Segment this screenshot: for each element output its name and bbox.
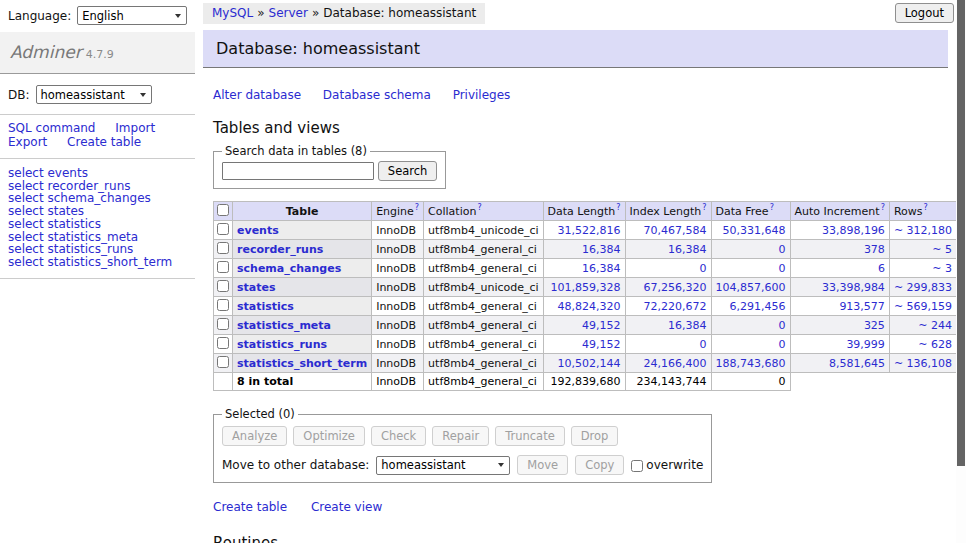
- collation-cell: utf8mb4_general_ci: [424, 335, 543, 354]
- table-link[interactable]: schema_changes: [237, 262, 341, 275]
- rows-count-cell: ~ 312,180: [889, 221, 956, 240]
- table-row: statistics_short_termInnoDButf8mb4_gener…: [214, 354, 966, 373]
- move-label: Move to other database:: [222, 458, 369, 472]
- page-title: Database: homeassistant: [203, 30, 948, 68]
- repair-button: Repair: [432, 426, 489, 446]
- breadcrumb: MySQL»Server»Database: homeassistant: [203, 3, 485, 24]
- language-select[interactable]: English: [77, 6, 187, 25]
- breadcrumb-link-server[interactable]: Server: [269, 6, 308, 20]
- help-link[interactable]: ?: [770, 203, 774, 212]
- rows-count-link[interactable]: ~ 244: [918, 319, 952, 332]
- privileges-link[interactable]: Privileges: [453, 88, 511, 102]
- help-link[interactable]: ?: [702, 203, 706, 212]
- table-link[interactable]: statistics: [237, 300, 294, 313]
- col-header-rows: Rows?: [889, 202, 956, 221]
- breadcrumb-link-mysql[interactable]: MySQL: [212, 6, 253, 20]
- rows-count-link[interactable]: ~ 312,180: [894, 224, 952, 237]
- row-select-cell: [214, 259, 233, 278]
- data-free-cell: 0: [711, 259, 790, 278]
- total-index-length-cell: 234,143,744: [625, 373, 711, 391]
- collation-cell: utf8mb4_unicode_ci: [424, 278, 543, 297]
- create-links-row: Create table Create view: [213, 500, 948, 514]
- col-header-data-free: Data Free?: [711, 202, 790, 221]
- sidebar-link-create-table[interactable]: Create table: [67, 135, 141, 149]
- sidebar-link-export[interactable]: Export: [8, 135, 47, 149]
- selected-legend: Selected (0): [222, 407, 298, 421]
- move-database-select[interactable]: homeassistant: [376, 456, 510, 475]
- table-name-cell: statistics_meta: [233, 316, 372, 335]
- rows-count-link[interactable]: ~ 628: [918, 338, 952, 351]
- help-link[interactable]: ?: [881, 203, 885, 212]
- collation-cell: utf8mb4_unicode_ci: [424, 221, 543, 240]
- tables-and-views-heading: Tables and views: [213, 119, 948, 137]
- sidebar-item-select-states[interactable]: select states: [8, 205, 187, 218]
- table-header-row: TableEngine?Collation?Data Length?Index …: [214, 202, 966, 221]
- rows-count-link[interactable]: ~ 136,108: [894, 357, 952, 370]
- vertical-scrollbar[interactable]: [956, 0, 966, 543]
- rows-count-link[interactable]: ~ 299,833: [894, 281, 952, 294]
- table-link[interactable]: events: [237, 224, 279, 237]
- table-link[interactable]: recorder_runs: [237, 243, 323, 256]
- search-button[interactable]: Search: [378, 161, 438, 181]
- row-checkbox[interactable]: [217, 280, 229, 292]
- row-checkbox[interactable]: [217, 223, 229, 235]
- engine-cell: InnoDB: [372, 221, 424, 240]
- logout-button[interactable]: Logout: [895, 3, 954, 23]
- col-header-label: Table: [286, 205, 319, 218]
- total-engine-cell: InnoDB: [372, 373, 424, 391]
- engine-cell: InnoDB: [372, 335, 424, 354]
- table-link[interactable]: states: [237, 281, 276, 294]
- index-length-cell: 24,166,400: [625, 354, 711, 373]
- row-checkbox[interactable]: [217, 356, 229, 368]
- create-table-link[interactable]: Create table: [213, 500, 287, 514]
- help-link[interactable]: ?: [415, 203, 419, 212]
- table-link[interactable]: statistics_runs: [237, 338, 327, 351]
- sidebar-item-select-statistics-short-term[interactable]: select statistics_short_term: [8, 256, 187, 269]
- analyze-button: Analyze: [222, 426, 287, 446]
- sidebar-item-select-events[interactable]: select events: [8, 167, 187, 180]
- db-select[interactable]: homeassistant: [36, 85, 152, 104]
- help-superscript: ?: [770, 203, 774, 212]
- table-link[interactable]: statistics_meta: [237, 319, 331, 332]
- total-collation-cell: utf8mb4_general_ci: [424, 373, 543, 391]
- table-body: eventsInnoDButf8mb4_unicode_ci31,522,816…: [214, 221, 966, 391]
- scrollbar-thumb[interactable]: [957, 0, 965, 466]
- col-header-label: Rows: [894, 205, 923, 218]
- row-checkbox[interactable]: [217, 242, 229, 254]
- sidebar-item-select-statistics[interactable]: select statistics: [8, 218, 187, 231]
- help-link[interactable]: ?: [923, 203, 927, 212]
- main-content: Database: homeassistant Alter database D…: [203, 30, 948, 543]
- move-database-selected-value: homeassistant: [381, 458, 465, 472]
- row-checkbox[interactable]: [217, 318, 229, 330]
- col-header-data-length: Data Length?: [543, 202, 625, 221]
- data-length-cell: 48,824,320: [543, 297, 625, 316]
- help-superscript: ?: [616, 203, 620, 212]
- col-header-label: Data Length: [548, 205, 616, 218]
- help-superscript: ?: [702, 203, 706, 212]
- row-checkbox[interactable]: [217, 337, 229, 349]
- row-checkbox[interactable]: [217, 299, 229, 311]
- sidebar-link-sql-command[interactable]: SQL command: [8, 121, 95, 135]
- table-name-cell: states: [233, 278, 372, 297]
- col-header-label: Collation: [428, 205, 476, 218]
- alter-database-link[interactable]: Alter database: [213, 88, 301, 102]
- rows-count-link[interactable]: ~ 3: [932, 262, 952, 275]
- search-input[interactable]: [222, 162, 374, 180]
- help-link[interactable]: ?: [616, 203, 620, 212]
- sidebar-link-import[interactable]: Import: [115, 121, 155, 135]
- create-view-link[interactable]: Create view: [311, 500, 382, 514]
- rows-count-link[interactable]: ~ 569,159: [894, 300, 952, 313]
- total-data-length-cell: 192,839,680: [543, 373, 625, 391]
- data-length-cell: 49,152: [543, 335, 625, 354]
- row-checkbox[interactable]: [217, 261, 229, 273]
- table-link[interactable]: statistics_short_term: [237, 357, 367, 370]
- index-length-cell: 67,256,320: [625, 278, 711, 297]
- select-all-checkbox[interactable]: [217, 204, 229, 216]
- col-header-auto-increment: Auto Increment?: [790, 202, 889, 221]
- database-schema-link[interactable]: Database schema: [323, 88, 431, 102]
- overwrite-checkbox[interactable]: [631, 460, 643, 472]
- help-link[interactable]: ?: [477, 203, 481, 212]
- breadcrumb-current: Database: homeassistant: [323, 6, 476, 20]
- table-row: statisticsInnoDButf8mb4_general_ci48,824…: [214, 297, 966, 316]
- rows-count-link[interactable]: ~ 5: [932, 243, 952, 256]
